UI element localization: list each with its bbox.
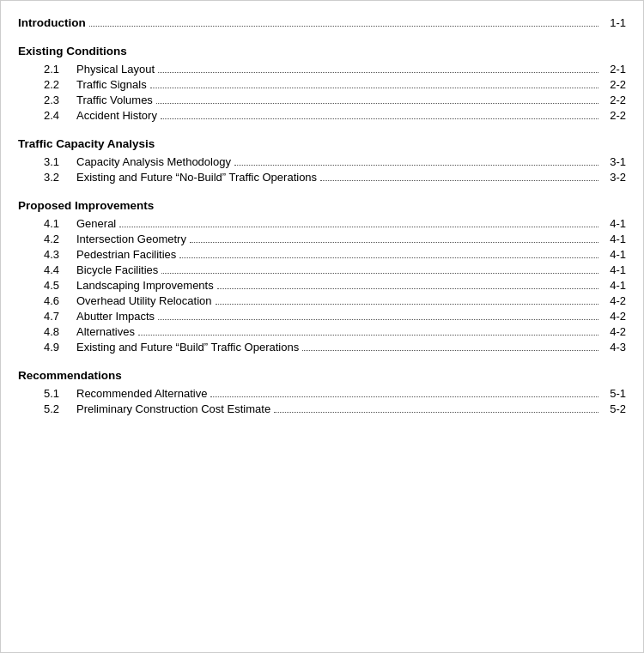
toc-section-intro: Introduction1-1	[18, 16, 626, 29]
toc-item-page: 4-3	[602, 341, 626, 354]
toc-item-number: 2.2	[44, 78, 76, 91]
toc-page-intro: 1-1	[602, 16, 626, 29]
toc-item-page: 4-1	[602, 248, 626, 261]
table-of-contents: Introduction1-1Existing Conditions2.1Phy…	[18, 16, 626, 415]
toc-item: 5.1Recommended Alternative5-1	[18, 387, 626, 400]
toc-item: 2.3Traffic Volumes2-2	[18, 94, 626, 106]
toc-item-dots	[158, 319, 598, 320]
page: Introduction1-1Existing Conditions2.1Phy…	[0, 0, 644, 653]
toc-item-page: 2-2	[602, 78, 626, 91]
toc-heading-existing: Existing Conditions	[18, 45, 626, 57]
toc-item: 4.4Bicycle Facilities4-1	[18, 263, 626, 276]
toc-item-number: 4.9	[44, 341, 76, 354]
toc-item-title: Traffic Volumes	[76, 94, 153, 106]
toc-item-number: 4.5	[44, 279, 76, 292]
toc-item: 4.9Existing and Future “Build” Traffic O…	[18, 341, 626, 354]
toc-item-number: 4.7	[44, 310, 76, 323]
toc-item-title: Accident History	[76, 109, 157, 122]
toc-item-number: 4.3	[44, 248, 76, 261]
toc-item-title: Existing and Future “Build” Traffic Oper…	[76, 341, 299, 354]
toc-item: 4.6Overhead Utility Relocation4-2	[18, 294, 626, 307]
toc-item-title: Intersection Geometry	[76, 233, 186, 245]
toc-item-page: 2-2	[602, 94, 626, 106]
toc-item-page: 4-1	[602, 279, 626, 292]
toc-section-existing: Existing Conditions2.1Physical Layout2-1…	[18, 45, 626, 122]
toc-item-number: 3.1	[44, 155, 76, 168]
toc-item: 4.2Intersection Geometry4-1	[18, 233, 626, 245]
toc-item-dots	[234, 165, 598, 166]
toc-item: 4.8Alternatives4-2	[18, 325, 626, 338]
toc-item-page: 4-1	[602, 233, 626, 245]
toc-item-number: 2.4	[44, 109, 76, 122]
toc-item: 5.2Preliminary Construction Cost Estimat…	[18, 402, 626, 415]
toc-item-dots	[320, 180, 598, 181]
toc-item-number: 2.1	[44, 63, 76, 76]
toc-item-page: 3-1	[602, 155, 626, 168]
toc-item-title: Pedestrian Facilities	[76, 248, 176, 261]
toc-item-dots	[274, 412, 598, 413]
toc-item: 3.1Capacity Analysis Methodology3-1	[18, 155, 626, 168]
toc-item-title: General	[76, 217, 116, 230]
toc-heading-intro: Introduction	[18, 16, 86, 29]
toc-item: 4.3Pedestrian Facilities4-1	[18, 248, 626, 261]
toc-item-title: Recommended Alternative	[76, 387, 207, 400]
toc-item-number: 5.1	[44, 387, 76, 400]
toc-item-title: Preliminary Construction Cost Estimate	[76, 402, 270, 415]
toc-item-dots	[216, 304, 598, 305]
toc-item-dots	[161, 273, 598, 274]
toc-item-title: Abutter Impacts	[76, 310, 155, 323]
toc-item-dots	[179, 257, 598, 258]
toc-item-title: Existing and Future “No-Build” Traffic O…	[76, 171, 317, 184]
toc-item-title: Capacity Analysis Methodology	[76, 155, 231, 168]
toc-item-dots	[161, 118, 598, 119]
toc-heading-proposed: Proposed Improvements	[18, 199, 626, 212]
toc-item-dots	[190, 242, 598, 243]
toc-section-recommendations: Recommendations5.1Recommended Alternativ…	[18, 369, 626, 415]
toc-item-page: 4-1	[602, 217, 626, 230]
toc-heading-traffic-capacity: Traffic Capacity Analysis	[18, 137, 626, 150]
toc-item: 2.4Accident History2-2	[18, 109, 626, 122]
toc-item-number: 5.2	[44, 402, 76, 415]
toc-item-title: Bicycle Facilities	[76, 263, 158, 276]
toc-item-dots	[217, 288, 598, 289]
toc-item: 3.2Existing and Future “No-Build” Traffi…	[18, 171, 626, 184]
toc-item-number: 2.3	[44, 94, 76, 106]
toc-item-dots	[210, 396, 598, 397]
toc-item-page: 2-2	[602, 109, 626, 122]
toc-dots-intro	[89, 26, 598, 27]
toc-item-dots	[302, 350, 598, 351]
toc-item-title: Alternatives	[76, 325, 135, 338]
toc-item-number: 4.2	[44, 233, 76, 245]
toc-item-title: Physical Layout	[76, 63, 155, 76]
toc-item-dots	[156, 103, 598, 104]
toc-item-number: 4.8	[44, 325, 76, 338]
toc-item-number: 4.1	[44, 217, 76, 230]
toc-item-page: 5-2	[602, 402, 626, 415]
toc-item-dots	[138, 335, 598, 336]
toc-item: 4.7Abutter Impacts4-2	[18, 310, 626, 323]
toc-heading-recommendations: Recommendations	[18, 369, 626, 382]
toc-item-title: Landscaping Improvements	[76, 279, 214, 292]
toc-item-page: 4-2	[602, 325, 626, 338]
toc-item: 2.2Traffic Signals2-2	[18, 78, 626, 91]
toc-item-dots	[150, 88, 598, 88]
toc-item-number: 4.6	[44, 294, 76, 307]
toc-item-dots	[119, 227, 598, 227]
toc-item-number: 4.4	[44, 263, 76, 276]
toc-item-page: 4-2	[602, 294, 626, 307]
toc-item-dots	[158, 72, 598, 73]
toc-item: 4.5Landscaping Improvements4-1	[18, 279, 626, 292]
toc-item: 4.1General4-1	[18, 217, 626, 230]
toc-item-page: 4-1	[602, 263, 626, 276]
toc-item-title: Overhead Utility Relocation	[76, 294, 212, 307]
toc-section-proposed: Proposed Improvements4.1General4-14.2Int…	[18, 199, 626, 354]
toc-top-entry-intro: Introduction1-1	[18, 16, 626, 29]
toc-item-number: 3.2	[44, 171, 76, 184]
toc-item-page: 5-1	[602, 387, 626, 400]
toc-section-traffic-capacity: Traffic Capacity Analysis3.1Capacity Ana…	[18, 137, 626, 184]
toc-item-title: Traffic Signals	[76, 78, 147, 91]
toc-item-page: 3-2	[602, 171, 626, 184]
toc-item-page: 2-1	[602, 63, 626, 76]
toc-item: 2.1Physical Layout2-1	[18, 63, 626, 76]
toc-item-page: 4-2	[602, 310, 626, 323]
